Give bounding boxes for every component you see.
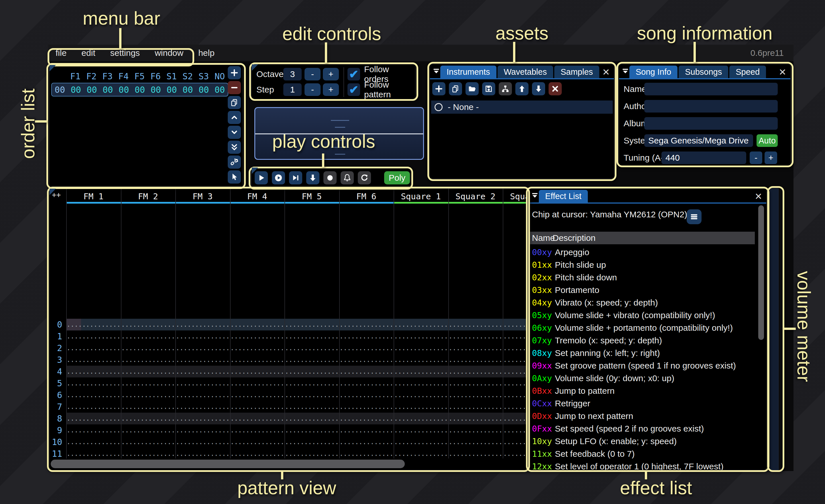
pattern-cell[interactable]: ..............: [503, 424, 527, 436]
pattern-cell[interactable]: ..............: [175, 342, 230, 354]
menu-item-settings[interactable]: settings: [110, 48, 140, 58]
pattern-cell[interactable]: ..............: [230, 401, 285, 413]
repeat-button[interactable]: [358, 171, 371, 184]
pattern-corner-button[interactable]: ++: [52, 190, 61, 199]
pattern-cell[interactable]: ..............: [175, 401, 230, 413]
pattern-cell[interactable]: ..............: [339, 366, 394, 377]
pattern-cell[interactable]: ..............: [175, 436, 230, 448]
pattern-cell[interactable]: ..............: [230, 413, 285, 424]
pattern-cell[interactable]: ..............: [230, 377, 285, 389]
pattern-cell[interactable]: ..............: [175, 377, 230, 389]
move-to-bottom-button[interactable]: [228, 141, 241, 154]
channel-header-square-1[interactable]: Square 1: [394, 191, 448, 202]
pattern-cell[interactable]: ..............: [230, 342, 285, 354]
pattern-cell[interactable]: ..............: [285, 342, 339, 354]
pattern-cell[interactable]: ..............: [448, 330, 503, 342]
pattern-cell[interactable]: ..............: [121, 413, 175, 424]
channel-header-fm-4[interactable]: FM 4: [230, 191, 285, 202]
pattern-cell[interactable]: ..............: [285, 448, 339, 459]
pattern-cell[interactable]: ..............: [175, 330, 230, 342]
channel-header-fm-3[interactable]: FM 3: [175, 191, 230, 202]
pattern-cell[interactable]: ..............: [448, 413, 503, 424]
pattern-cell[interactable]: ..............: [66, 448, 121, 459]
order-cell[interactable]: 00: [132, 85, 148, 95]
pattern-cell[interactable]: ..............: [285, 389, 339, 401]
tuning-field[interactable]: 440: [661, 152, 746, 164]
effect-row[interactable]: 03xxPortamento: [530, 284, 755, 297]
pattern-cell[interactable]: ..............: [121, 436, 175, 448]
pattern-cell[interactable]: ..............: [175, 413, 230, 424]
add-button[interactable]: [432, 82, 445, 95]
pattern-cell[interactable]: ..............: [66, 413, 121, 424]
play-button[interactable]: [255, 171, 268, 184]
pattern-cell[interactable]: ..............: [503, 389, 527, 401]
play-once-button[interactable]: [289, 171, 302, 184]
close-icon[interactable]: ✕: [602, 67, 610, 78]
pattern-cell[interactable]: ..............: [503, 436, 527, 448]
pattern-cell[interactable]: ..............: [503, 330, 527, 342]
name-field[interactable]: [644, 83, 778, 95]
channel-header-square-2[interactable]: Square 2: [448, 191, 503, 202]
metronome-button[interactable]: [341, 171, 354, 184]
follow-pattern-checkbox[interactable]: ✔: [348, 83, 360, 96]
effect-row[interactable]: 02xxPitch slide down: [530, 271, 755, 284]
tab-wavetables[interactable]: Wavetables: [498, 66, 553, 78]
pattern-cell[interactable]: ..............: [394, 377, 448, 389]
pattern-cell[interactable]: ..............: [66, 319, 121, 330]
menu-item-file[interactable]: file: [56, 48, 66, 58]
pattern-cell[interactable]: ..............: [448, 319, 503, 330]
effect-row[interactable]: 0FxxSet speed (speed 2 if no grooves exi…: [530, 422, 755, 435]
pattern-cell[interactable]: ..............: [121, 448, 175, 459]
menu-item-window[interactable]: window: [155, 48, 183, 58]
duplicate-button[interactable]: [449, 82, 462, 95]
order-list-row[interactable]: 0000000000000000000000: [51, 83, 228, 96]
pattern-cell[interactable]: ..............: [121, 330, 175, 342]
author-field[interactable]: [644, 100, 778, 112]
pattern-cell[interactable]: ..............: [503, 401, 527, 413]
pattern-cell[interactable]: ..............: [394, 413, 448, 424]
octave-value[interactable]: 3: [283, 68, 302, 80]
close-icon[interactable]: ✕: [778, 67, 786, 78]
pattern-cell[interactable]: ..............: [339, 330, 394, 342]
effect-row[interactable]: 07xyTremolo (x: speed; y: depth): [530, 334, 755, 347]
pattern-cell[interactable]: ..............: [339, 389, 394, 401]
close-icon[interactable]: ✕: [755, 191, 762, 202]
horizontal-scrollbar[interactable]: [51, 459, 405, 468]
pattern-cell[interactable]: ..............: [503, 377, 527, 389]
delete-button[interactable]: [548, 82, 562, 95]
order-cell[interactable]: 00: [68, 85, 84, 95]
tuning-increase-button[interactable]: +: [764, 152, 777, 164]
effect-row[interactable]: 0AxyVolume slide (0y: down; x0: up): [530, 372, 755, 385]
pattern-cell[interactable]: ..............: [448, 389, 503, 401]
pattern-cell[interactable]: ..............: [394, 330, 448, 342]
pattern-cell[interactable]: ..............: [121, 342, 175, 354]
duplicate-button[interactable]: [228, 96, 241, 109]
pattern-cell[interactable]: ..............: [285, 401, 339, 413]
pattern-cell[interactable]: ..............: [121, 377, 175, 389]
effect-row[interactable]: 09xxSet groove pattern (speed 1 if no gr…: [530, 359, 755, 372]
add-button[interactable]: [228, 66, 241, 79]
effect-row[interactable]: 0DxxJump to next pattern: [530, 410, 755, 422]
pattern-cell[interactable]: ..............: [285, 319, 339, 330]
pattern-cell[interactable]: ..............: [394, 436, 448, 448]
pattern-cell[interactable]: ..............: [121, 319, 175, 330]
order-cell[interactable]: 00: [116, 85, 132, 95]
pattern-cell[interactable]: ..............: [66, 436, 121, 448]
effect-row[interactable]: 10xySetup LFO (x: enable; y: speed): [530, 435, 755, 447]
pattern-cell[interactable]: ..............: [121, 401, 175, 413]
pattern-cell[interactable]: ..............: [394, 448, 448, 459]
pattern-cell[interactable]: ..............: [339, 354, 394, 366]
move-down-button[interactable]: [228, 126, 241, 139]
effect-row[interactable]: 04xyVibrato (x: speed; y: depth): [530, 297, 755, 309]
remove-button[interactable]: [228, 81, 241, 94]
effect-row[interactable]: 11xxSet feedback (0 to 7): [530, 447, 755, 460]
record-button[interactable]: [323, 171, 336, 184]
pattern-cell[interactable]: ..............: [175, 354, 230, 366]
pattern-cell[interactable]: ..............: [66, 377, 121, 389]
tab-speed[interactable]: Speed: [729, 66, 766, 78]
pattern-cell[interactable]: ..............: [448, 448, 503, 459]
pattern-cell[interactable]: ..............: [285, 413, 339, 424]
pattern-cell[interactable]: ..............: [230, 366, 285, 377]
follow-orders-checkbox[interactable]: ✔: [348, 68, 360, 80]
pattern-cell[interactable]: ..............: [285, 436, 339, 448]
